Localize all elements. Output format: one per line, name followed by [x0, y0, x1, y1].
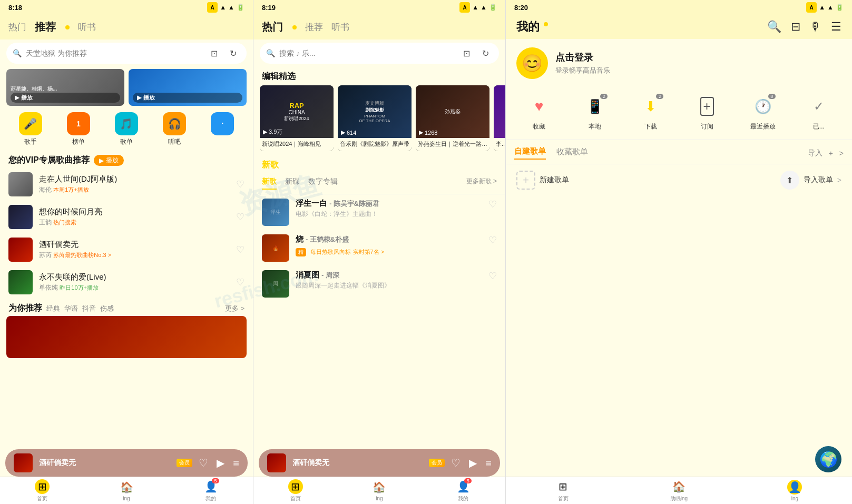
- scan-btn-1[interactable]: ⊡: [207, 46, 221, 61]
- pl-tab-collected[interactable]: 收藏歌单: [556, 147, 588, 159]
- nav-home-2[interactable]: ⊞ 首页: [288, 479, 303, 502]
- ns-thumb-3: 周: [262, 270, 289, 298]
- rec-more[interactable]: 更多 >: [225, 304, 244, 313]
- vip-play-btn[interactable]: ▶ 播放: [94, 155, 124, 166]
- nav-ing-3[interactable]: 👤 ing: [787, 480, 802, 501]
- search-input-1[interactable]: [26, 49, 202, 57]
- cat-other[interactable]: ᐧ: [211, 112, 234, 146]
- card-label-2: 音乐剧《剧院魅影》原声带: [338, 138, 412, 151]
- search-icon-3[interactable]: 🔍: [767, 20, 781, 34]
- qa-recent[interactable]: 🕐 8 最近播放: [750, 94, 776, 131]
- song-thumb-1: [8, 172, 33, 196]
- cat-playlist[interactable]: 🎵 歌单: [115, 112, 138, 146]
- banner-card-1[interactable]: 苏星婕、桂纲、杨... ▶播放: [6, 69, 124, 106]
- cat-singer[interactable]: 🎤 歌手: [19, 112, 42, 146]
- nav-hot-2[interactable]: 热门: [262, 19, 283, 35]
- login-text: 点击登录: [555, 51, 610, 64]
- editorial-card-4[interactable]: 李... 李...: [494, 85, 505, 151]
- player-heart-1[interactable]: ♡: [199, 457, 208, 469]
- editorial-card-3[interactable]: 孙燕姿 ▶ 1268 孙燕姿生日｜逆着光一路前行: [416, 85, 489, 151]
- tab-new-song[interactable]: 新歌: [262, 177, 277, 190]
- banner-play-1[interactable]: ▶播放: [11, 93, 120, 103]
- globe-btn[interactable]: 🌍: [815, 446, 841, 472]
- song-item-4[interactable]: 永不失联的爱(Live) 单依纯 昨日10万+播放 ♡: [0, 266, 253, 299]
- new-song-1[interactable]: 浮生 浮生一白 - 陈吴宇&陈丽君 电影《白蛇：浮生》主题曲！ ♡: [253, 194, 505, 230]
- pl-tab-created[interactable]: 自建歌单: [514, 146, 546, 160]
- mic-icon[interactable]: 🎙: [810, 20, 821, 34]
- nav-my-1[interactable]: 👤 5 我的: [203, 479, 218, 502]
- player-vip-1: 会员: [177, 459, 192, 467]
- tab-new-album[interactable]: 新碟: [285, 177, 300, 190]
- qr-icon[interactable]: ⊟: [791, 20, 800, 34]
- cat-chart[interactable]: 1 榜单: [67, 112, 90, 146]
- nav-home-icon-1: ⊞: [35, 479, 50, 494]
- heart-4[interactable]: ♡: [236, 276, 244, 288]
- song-tag-2: 热门搜索: [53, 219, 76, 225]
- nav-recommend-2[interactable]: 推荐: [305, 20, 323, 34]
- nav-hot-1[interactable]: 热门: [8, 20, 26, 34]
- editorial-card-2[interactable]: 麦文博版 剧院魅影 PHANTOMOF THE OPERA ▶ 614 音乐剧《…: [338, 85, 412, 151]
- profile-row[interactable]: 😊 点击登录 登录畅享高品音乐: [506, 39, 852, 87]
- rec-tag-3[interactable]: 抖音: [82, 304, 96, 313]
- import-playlist-btn[interactable]: ⬆ 导入歌单 >: [780, 171, 841, 190]
- nav-audiobook-2[interactable]: 听书: [331, 20, 349, 34]
- qa-local[interactable]: 📱 2 本地: [582, 94, 608, 131]
- ns-heart-3[interactable]: ♡: [488, 270, 497, 282]
- player-list-2[interactable]: ≡: [485, 457, 492, 469]
- editorial-grid: RAP CHINA 新说唱2024 ▶ 3.9万 新说唱2024｜巅峰相见 麦文…: [253, 85, 505, 151]
- more-songs-link[interactable]: 更多新歌 >: [466, 177, 497, 190]
- player-list-1[interactable]: ≡: [233, 457, 239, 469]
- song-item-1[interactable]: 走在人世间(DJ阿卓版) 海伦 本周1万+播放 ♡: [0, 168, 253, 201]
- new-song-3[interactable]: 周 消夏图 - 周深 跟随周深一起走进这幅《消夏图》 ♡: [253, 266, 505, 302]
- heart-2[interactable]: ♡: [236, 211, 244, 223]
- refresh-btn-2[interactable]: ↻: [478, 46, 493, 61]
- cat-listen[interactable]: 🎧 听吧: [163, 112, 186, 146]
- nav-home-1[interactable]: ⊞ 首页: [35, 479, 50, 502]
- rec-tag-4[interactable]: 伤感: [100, 304, 114, 313]
- ns-heart-2[interactable]: ♡: [488, 234, 497, 246]
- qa-download[interactable]: ⬇ 2 下载: [638, 94, 663, 131]
- ns-heart-1[interactable]: ♡: [488, 199, 497, 210]
- nav-badge-1: [65, 25, 70, 29]
- qa-subscribe[interactable]: + 订阅: [694, 94, 720, 131]
- player-play-1[interactable]: ▶: [217, 457, 224, 469]
- heart-3[interactable]: ♡: [236, 244, 244, 255]
- song-item-3[interactable]: 酒矸倘卖无 苏芮 苏芮最热歌曲榜No.3 > ♡: [0, 233, 253, 266]
- song-info-2: 想你的时候问月亮 王韵 热门搜索: [39, 207, 230, 227]
- qa-collect[interactable]: ♥ 收藏: [526, 94, 552, 131]
- nav-audiobook-1[interactable]: 听书: [78, 20, 96, 34]
- pl-add-btn[interactable]: +: [829, 149, 833, 157]
- scan-btn-2[interactable]: ⊡: [459, 46, 474, 61]
- nav-sleep-3[interactable]: 🏠 助眠ing: [670, 479, 688, 502]
- editorial-card-1[interactable]: RAP CHINA 新说唱2024 ▶ 3.9万 新说唱2024｜巅峰相见: [260, 85, 334, 151]
- nav-home-3[interactable]: ⊞ 首页: [556, 479, 571, 502]
- top-nav-1: 热门 推荐 听书: [0, 15, 253, 39]
- qa-download-label: 下载: [644, 122, 657, 131]
- nav-my-2[interactable]: 👤 5 我的: [456, 479, 471, 502]
- banner-card-2[interactable]: ▶播放: [129, 69, 247, 106]
- rec-tag-2[interactable]: 华语: [64, 304, 78, 313]
- create-playlist-btn[interactable]: + 新建歌单: [516, 171, 569, 190]
- new-song-2[interactable]: 🔥 烧 - 王鹤棣&朴盛 精 每日热歌风向标 实时第7名 > ♡: [253, 230, 505, 266]
- rec-thumb-1[interactable]: [6, 316, 247, 358]
- refresh-btn-1[interactable]: ↻: [226, 46, 240, 61]
- bottom-player-1[interactable]: 酒矸倘卖无 会员 ♡ ▶ ≡: [5, 449, 248, 477]
- nav-recommend-1[interactable]: 推荐: [35, 19, 56, 35]
- banner-play-2[interactable]: ▶播放: [133, 93, 242, 103]
- rec-tag-1[interactable]: 经典: [46, 304, 60, 313]
- song-item-2[interactable]: 想你的时候问月亮 王韵 热门搜索 ♡: [0, 201, 253, 233]
- player-heart-2[interactable]: ♡: [451, 457, 461, 469]
- bottom-player-2[interactable]: 酒矸倘卖无 会员 ♡ ▶ ≡: [259, 449, 500, 477]
- status-bar-2: 8:19 A ▲ ▲ 🔋: [253, 0, 505, 15]
- pl-import-btn[interactable]: 导入: [808, 149, 822, 158]
- nav-ing-2[interactable]: 🏠 ing: [372, 480, 387, 501]
- menu-icon[interactable]: ☰: [831, 20, 841, 34]
- heart-1[interactable]: ♡: [236, 179, 244, 190]
- player-play-2[interactable]: ▶: [469, 457, 477, 469]
- nav-ing-1[interactable]: 🏠 ing: [119, 480, 134, 501]
- search-input-2[interactable]: [279, 49, 455, 57]
- tab-digital[interactable]: 数字专辑: [308, 177, 338, 190]
- qa-done[interactable]: ✓ 已...: [806, 94, 831, 131]
- my-title: 我的: [516, 19, 548, 35]
- avatar: 😊: [516, 47, 548, 79]
